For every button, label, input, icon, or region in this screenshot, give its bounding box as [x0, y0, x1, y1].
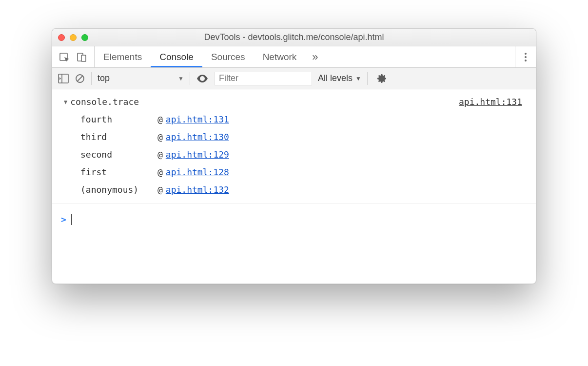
tab-sources[interactable]: Sources	[202, 46, 254, 67]
stack-fn: (anonymous)	[80, 181, 157, 199]
prompt-chevron-icon: >	[61, 211, 66, 228]
devtools-window: DevTools - devtools.glitch.me/console/ap…	[52, 28, 536, 284]
filter-input[interactable]	[215, 72, 312, 85]
svg-point-4	[525, 56, 527, 58]
stack-frame: fourth @ api.html:131	[59, 111, 459, 128]
stack-frame: first @ api.html:128	[59, 163, 459, 181]
trace-left: ▼ console.trace fourth @ api.html:131 th…	[59, 93, 459, 199]
toolbar-divider	[91, 72, 92, 85]
clear-console-icon[interactable]	[75, 73, 85, 84]
device-toolbar-icon[interactable]	[77, 52, 87, 62]
stack-frame: third @ api.html:130	[59, 128, 459, 146]
svg-point-3	[525, 53, 527, 55]
at-glyph: @	[157, 146, 163, 163]
svg-rect-2	[81, 55, 86, 61]
stack-source-link[interactable]: api.html:131	[166, 111, 229, 128]
more-options-icon[interactable]	[524, 52, 527, 62]
tab-elements[interactable]: Elements	[95, 46, 151, 67]
devtools-tabbar: Elements Console Sources Network »	[52, 46, 536, 68]
console-sidebar-toggle-icon[interactable]	[58, 74, 69, 83]
stack-fn: first	[80, 163, 157, 181]
stack-frame: (anonymous) @ api.html:132	[59, 181, 459, 199]
stack-fn: fourth	[80, 111, 157, 128]
levels-label: All levels	[318, 73, 353, 83]
console-prompt[interactable]: >	[52, 204, 536, 235]
live-expression-icon[interactable]	[196, 74, 209, 83]
at-glyph: @	[157, 111, 163, 128]
inspect-element-icon[interactable]	[59, 52, 70, 62]
console-output: ▼ console.trace fourth @ api.html:131 th…	[52, 89, 536, 237]
svg-point-5	[525, 60, 527, 61]
toolbar-divider	[190, 72, 190, 85]
disclosure-triangle-icon[interactable]: ▼	[64, 96, 67, 108]
console-toolbar: top ▼ All levels ▼	[52, 68, 536, 89]
stack-source-link[interactable]: api.html:132	[166, 181, 229, 199]
dropdown-triangle-icon: ▼	[355, 75, 361, 82]
text-caret	[71, 214, 72, 225]
trace-label: console.trace	[70, 93, 139, 111]
context-label: top	[98, 73, 110, 83]
svg-point-10	[201, 77, 204, 80]
tabs: Elements Console Sources Network »	[95, 46, 325, 67]
console-settings-icon[interactable]	[376, 73, 387, 84]
titlebar: DevTools - devtools.glitch.me/console/ap…	[52, 29, 536, 46]
trace-header[interactable]: ▼ console.trace	[59, 93, 459, 111]
stack-fn: second	[80, 146, 157, 163]
svg-line-9	[78, 76, 83, 81]
stack-source-link[interactable]: api.html:128	[166, 163, 229, 181]
toolbar-divider	[367, 72, 368, 85]
log-levels-select[interactable]: All levels ▼	[318, 73, 361, 83]
stack-source-link[interactable]: api.html:129	[166, 146, 229, 163]
stack-fn: third	[80, 128, 157, 146]
stack-source-link[interactable]: api.html:130	[166, 128, 229, 146]
at-glyph: @	[157, 128, 163, 146]
window-title: DevTools - devtools.glitch.me/console/ap…	[52, 32, 536, 42]
tabs-overflow-button[interactable]: »	[305, 51, 325, 63]
console-trace-entry: ▼ console.trace fourth @ api.html:131 th…	[52, 91, 536, 204]
at-glyph: @	[157, 181, 163, 199]
dropdown-triangle-icon: ▼	[178, 75, 184, 82]
execution-context-select[interactable]: top ▼	[98, 73, 184, 83]
tabs-right	[515, 46, 536, 67]
tab-console[interactable]: Console	[151, 46, 202, 67]
tab-network[interactable]: Network	[254, 46, 306, 67]
stack-frame: second @ api.html:129	[59, 146, 459, 163]
at-glyph: @	[157, 163, 163, 181]
message-origin-link[interactable]: api.html:131	[459, 93, 529, 111]
tabs-left-tools	[52, 46, 95, 67]
